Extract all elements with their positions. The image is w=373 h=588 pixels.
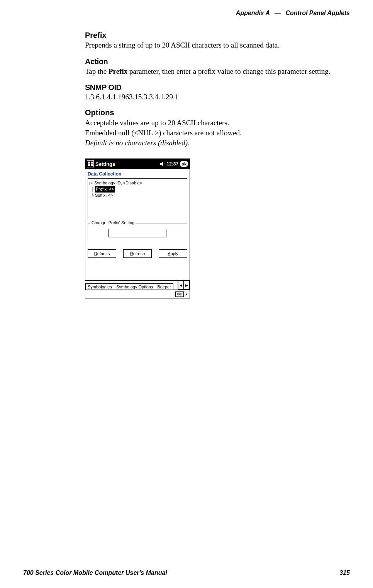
titlebar: Settings 12:37 ok (85, 159, 190, 169)
options-line2: Embedded null (<NUL >) characters are no… (85, 128, 348, 138)
footer-page-number: 315 (339, 569, 350, 576)
tree-item-label: Symbology ID, <Disable> (94, 180, 142, 186)
header-title: Control Panel Applets (285, 10, 350, 16)
tree-connector-icon: ├ (90, 186, 95, 193)
action-heading: Action (85, 57, 348, 66)
page-footer: 700 Series Color Mobile Computer User's … (23, 569, 350, 576)
tree-item-suffix[interactable]: └ Suffix, <> (90, 193, 185, 199)
appendix-label: Appendix A (236, 10, 270, 16)
tab-scroll: ◀ ▶ (178, 281, 190, 290)
tree-connector-icon: └ (90, 193, 95, 199)
prefix-body: Prepends a string of up to 20 ASCII char… (85, 41, 348, 50)
device-screenshot: Settings 12:37 ok Data Collection + Symb… (85, 159, 190, 298)
action-body-bold: Prefix (109, 67, 127, 75)
footer-manual-title: 700 Series Color Mobile Computer User's … (23, 569, 167, 576)
svg-rect-2 (88, 164, 90, 166)
tab-symbology-options[interactable]: Symbology Options (114, 283, 155, 290)
tree-item-label: Suffix, <> (95, 193, 113, 199)
tab-symbologies[interactable]: Symbologies (85, 283, 114, 290)
speaker-icon[interactable] (160, 162, 166, 166)
svg-rect-3 (91, 164, 93, 166)
applet-title: Data Collection (85, 169, 190, 178)
tab-scroll-left-icon[interactable]: ◀ (178, 281, 184, 290)
titlebar-time: 12:37 (166, 161, 178, 167)
tree-view[interactable]: + Symbology ID, <Disable> ├ Prefix, <> └… (88, 178, 187, 219)
keyboard-up-icon[interactable]: ▲ (185, 292, 188, 296)
page-header: Appendix A — Control Panel Applets (236, 10, 350, 17)
svg-rect-0 (88, 162, 90, 164)
keyboard-icon[interactable]: ⌨ (175, 291, 184, 297)
bottom-bar: ⌨ ▲ (85, 290, 190, 298)
tree-item-symbology-id[interactable]: + Symbology ID, <Disable> (90, 180, 185, 186)
svg-rect-1 (91, 162, 93, 164)
options-heading: Options (85, 108, 348, 117)
options-body: Acceptable values are up to 20 ASCII cha… (85, 118, 348, 148)
tab-scroll-right-icon[interactable]: ▶ (184, 281, 190, 290)
start-icon[interactable] (87, 160, 94, 167)
action-body-post: parameter, then enter a prefix value to … (127, 67, 330, 75)
titlebar-app: Settings (95, 161, 115, 167)
options-line1: Acceptable values are up to 20 ASCII cha… (85, 118, 348, 128)
prefix-heading: Prefix (85, 31, 348, 40)
button-row: Defaults Refresh Apply (88, 249, 187, 258)
tab-beeper[interactable]: Beeper (155, 283, 173, 290)
change-setting-legend: Change 'Prefix' Setting (90, 220, 136, 225)
ok-button[interactable]: ok (180, 161, 188, 167)
svg-marker-4 (160, 162, 163, 166)
tab-bar: Symbologies Symbology Options Beeper ◀ ▶ (85, 280, 190, 290)
options-line3: Default is no characters (disabled). (85, 138, 348, 148)
tree-item-label-selected: Prefix, <> (95, 186, 115, 193)
action-body: Tap the Prefix parameter, then enter a p… (85, 67, 348, 77)
tree-item-prefix[interactable]: ├ Prefix, <> (90, 186, 185, 193)
prefix-input[interactable] (109, 229, 166, 237)
page-content: Prefix Prepends a string of up to 20 ASC… (85, 31, 348, 298)
change-setting-group: Change 'Prefix' Setting (88, 223, 187, 243)
action-body-pre: Tap the (85, 67, 109, 75)
refresh-button[interactable]: Refresh (123, 249, 152, 258)
snmp-heading: SNMP OID (85, 83, 348, 92)
tree-expand-icon[interactable]: + (90, 182, 93, 185)
header-dash: — (275, 10, 281, 16)
defaults-button[interactable]: Defaults (88, 249, 116, 258)
apply-button[interactable]: Apply (159, 249, 187, 258)
snmp-value: 1.3.6.1.4.1.1963.15.3.3.4.1.29.1 (85, 93, 348, 101)
